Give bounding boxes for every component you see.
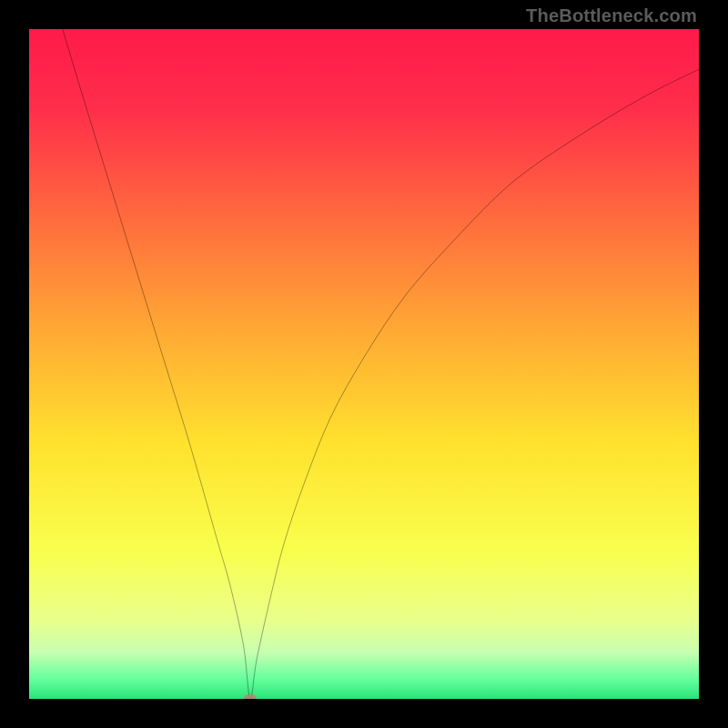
plot-area bbox=[29, 29, 699, 699]
bottleneck-curve bbox=[29, 29, 699, 699]
watermark-text: TheBottleneck.com bbox=[526, 5, 697, 26]
minimum-marker bbox=[244, 694, 257, 699]
chart-frame: TheBottleneck.com bbox=[0, 0, 728, 728]
